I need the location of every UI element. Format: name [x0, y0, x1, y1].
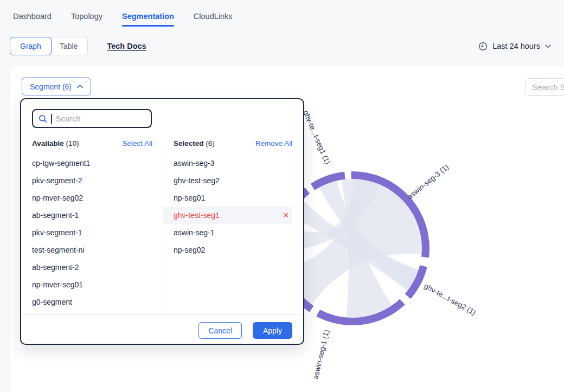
selected-column: Selected (6) Remove All aswin-seg-3ghv-t… — [163, 135, 292, 314]
selected-item[interactable]: np-seg02 — [163, 241, 292, 259]
segments-dropdown-panel: Available (10) Select All cp-tgw-segment… — [20, 98, 304, 345]
cancel-button[interactable]: Cancel — [198, 322, 242, 339]
remove-all-link[interactable]: Remove All — [255, 139, 292, 147]
available-item[interactable]: np-mver-seg01 — [32, 276, 152, 293]
available-list: cp-tgw-segment1pkv-segment-2np-mver-seg0… — [32, 155, 152, 311]
chord-label: ghv-te...t-seg2 (1) — [423, 282, 477, 317]
dropdown-search-input[interactable] — [56, 114, 146, 123]
dropdown-columns: Available (10) Select All cp-tgw-segment… — [32, 135, 292, 314]
selected-item-label: ghv-test-seg2 — [174, 176, 220, 185]
view-toggle-graph[interactable]: Graph — [10, 37, 52, 55]
selected-item[interactable]: ghv-test-seg2 — [163, 172, 292, 189]
available-item[interactable]: ab-segment-1 — [32, 207, 152, 224]
text-cursor — [51, 114, 52, 124]
selected-item[interactable]: aswin-seg-1 — [163, 224, 292, 241]
chord-label: ghv-te...t-seg1 (1) — [302, 109, 331, 165]
selected-item[interactable]: ghv-test-seg1✕ — [163, 207, 292, 224]
available-item[interactable]: ab-segment-2 — [32, 259, 152, 276]
chord-label: aswin-seg-1 (1) — [311, 329, 331, 380]
selected-header: Selected (6) — [174, 139, 215, 147]
chevron-up-icon — [77, 85, 83, 88]
selected-list: aswin-seg-3ghv-test-seg2np-seg01ghv-test… — [174, 155, 292, 259]
selected-item[interactable]: aswin-seg-3 — [163, 155, 292, 172]
panel-footer: Cancel Apply — [21, 314, 303, 344]
available-item[interactable]: pkv-segment-2 — [32, 172, 152, 189]
select-all-link[interactable]: Select All — [122, 139, 152, 147]
segment-filter-button[interactable]: Segment (6) — [22, 78, 91, 95]
selected-item[interactable]: np-seg01 — [163, 189, 292, 207]
chord-label: aswin-seg-3 (1) — [406, 163, 450, 201]
apply-button[interactable]: Apply — [253, 322, 292, 339]
segmentation-page: DashboardTopologySegmentationCloudLinks … — [0, 0, 564, 392]
available-column: Available (10) Select All cp-tgw-segment… — [32, 135, 152, 314]
available-item[interactable]: g0-segment — [32, 293, 152, 311]
selected-item-label: ghv-test-seg1 — [174, 211, 220, 220]
available-item[interactable]: np-mver-seg02 — [32, 189, 152, 207]
available-header: Available (10) — [32, 139, 79, 147]
selected-item-label: np-seg02 — [174, 246, 205, 254]
selected-item-label: aswin-seg-1 — [174, 228, 214, 237]
available-item[interactable]: pkv-segment-1 — [32, 224, 152, 241]
available-item[interactable]: cp-tgw-segment1 — [32, 155, 152, 172]
remove-item-icon[interactable]: ✕ — [283, 211, 289, 219]
selected-item-label: np-seg01 — [174, 194, 205, 202]
dropdown-search-box[interactable] — [32, 109, 152, 128]
available-item[interactable]: test-segment-ni — [32, 241, 152, 259]
search-segments-input[interactable] — [525, 78, 564, 96]
segment-filter-label: Segment (6) — [30, 82, 72, 91]
selected-item-label: aswin-seg-3 — [174, 159, 214, 168]
search-icon — [39, 114, 47, 123]
